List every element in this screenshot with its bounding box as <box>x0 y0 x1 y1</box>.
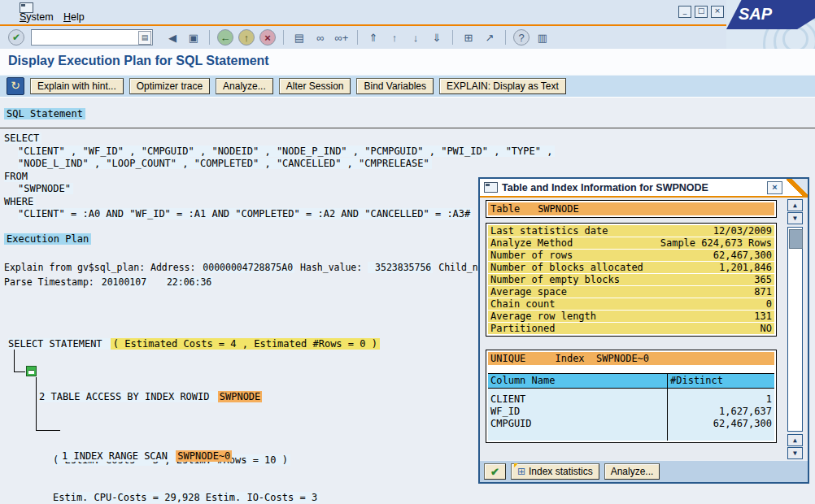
scroll-up-icon[interactable]: ▲ <box>787 199 803 211</box>
object-name-swpnode-0[interactable]: SWPNODE~0 <box>176 450 232 462</box>
object-name-swpnode[interactable]: SWPNODE <box>218 391 263 402</box>
back-nav-icon[interactable]: ◀ <box>164 29 181 46</box>
parse-date-value: 20100107 <box>100 276 148 288</box>
menu-system[interactable]: System <box>20 11 54 23</box>
parse-time-value: 22:06:36 <box>165 276 213 288</box>
first-page-icon[interactable]: ⇑ <box>365 29 381 46</box>
sap-logo: SAP <box>726 0 815 49</box>
index-column-distinct: 62,467,300 <box>670 418 772 430</box>
address-value: 00000004728875A0 <box>201 262 294 273</box>
customize-layout-icon[interactable]: ▥ <box>534 29 551 46</box>
find-icon[interactable]: ∞ <box>312 29 329 46</box>
minimize-icon[interactable]: _ <box>678 6 691 18</box>
command-field: ▤ <box>31 29 153 46</box>
restore-icon[interactable]: □ <box>695 6 708 18</box>
sql-line: "NODE_L_IND" , "LOOP_COUNT" , "COMPLETED… <box>18 158 555 171</box>
index-statistics-button[interactable]: ⊞Index statistics <box>511 463 599 480</box>
find-next-icon[interactable]: ∞+ <box>333 29 350 46</box>
back-icon[interactable]: ← <box>217 29 233 46</box>
bind-variables-button[interactable]: Bind Variables <box>356 78 434 94</box>
previous-page-icon[interactable]: ↑ <box>386 29 403 46</box>
toolbar-separator <box>357 30 358 45</box>
table-header-bar: TableSWPNODE <box>488 202 774 215</box>
sql-line: "SWPNODE" <box>18 183 555 196</box>
scroll-up-icon[interactable]: ▲ <box>787 434 803 446</box>
toolbar-separator <box>505 30 506 45</box>
tree-connector <box>14 371 25 372</box>
enter-icon[interactable]: ✔ <box>8 29 24 46</box>
dialog-title: Table and Index Information for SWPNODE <box>502 182 708 193</box>
sql-line: WHERE <box>4 196 555 209</box>
stats-row: Average space871 <box>488 286 774 298</box>
explain-with-hint-button[interactable]: Explain with hint... <box>30 78 124 94</box>
scroll-down-icon[interactable]: ▼ <box>787 212 803 224</box>
execution-plan-tree: SELECT STATEMENT ( Estimated Costs = 4 ,… <box>8 338 529 501</box>
refresh-icon[interactable]: ↻ <box>7 77 24 95</box>
hash-value: 3523835756 <box>368 262 433 273</box>
exit-icon[interactable]: ↑ <box>238 29 255 46</box>
toolbar-separator <box>209 30 210 45</box>
index-header-bar: UNIQUE Index SWPNODE~0 <box>488 352 774 365</box>
cancel-icon[interactable]: × <box>259 29 276 46</box>
index-columns-rows: CLIENT WF_ID CMPGUID 1 1,627,637 62,467,… <box>488 389 774 441</box>
next-page-icon[interactable]: ↓ <box>408 29 424 46</box>
distinct-header: #Distinct <box>668 374 774 388</box>
confirm-button[interactable]: ✔ <box>484 463 506 480</box>
command-history-icon[interactable]: ▤ <box>138 31 151 45</box>
scroll-down-icon[interactable]: ▼ <box>787 447 803 459</box>
dialog-menu-icon[interactable] <box>484 182 498 193</box>
folder-icon[interactable] <box>26 366 37 376</box>
save-icon[interactable]: ▣ <box>185 29 202 46</box>
close-icon[interactable]: × <box>711 6 724 18</box>
last-page-icon[interactable]: ⇓ <box>429 29 445 46</box>
new-session-icon[interactable]: ⊞ <box>460 29 477 46</box>
stats-row: Number of rows62,467,300 <box>488 250 774 261</box>
help-icon[interactable]: ? <box>513 29 530 46</box>
menu-help[interactable]: Help <box>63 11 85 23</box>
index-column-name: CLIENT <box>490 393 665 406</box>
print-icon[interactable]: ▤ <box>291 29 307 46</box>
sql-statement-label: SQL Statement <box>4 108 85 119</box>
dialog-body: TableSWPNODE Last statistics date12/03/2… <box>480 198 808 482</box>
sql-statement-text: SELECT "CLIENT" , "WF_ID" , "CMPGUID" , … <box>4 133 555 221</box>
estimate-highlight: ( Estimated Costs = 4 , Estimated #Rows … <box>111 338 380 350</box>
sql-line: FROM <box>4 171 555 184</box>
scrollbar-track[interactable] <box>787 227 803 432</box>
divider-rule <box>0 128 815 128</box>
index-info-box: UNIQUE Index SWPNODE~0 Column Name #Dist… <box>486 350 777 443</box>
table-name-box: TableSWPNODE <box>486 200 777 218</box>
toolbar-separator <box>452 30 453 45</box>
stats-row: Number of empty blocks365 <box>488 274 774 285</box>
tree-connector <box>36 430 60 431</box>
sql-line: "CLIENT" , "WF_ID" , "CMPGUID" , "NODEID… <box>18 146 555 159</box>
plan-node-index-range-scan: 1 INDEX RANGE SCAN SWPNODE~0 ( Estim. Co… <box>62 425 333 504</box>
analyze-dialog-button[interactable]: Analyze... <box>604 463 660 480</box>
check-icon: ✔ <box>490 466 499 478</box>
scrollbar-thumb[interactable] <box>789 229 803 249</box>
table-index-info-dialog: Table and Index Information for SWPNODE … <box>478 177 809 484</box>
command-input[interactable] <box>31 29 153 46</box>
optimizer-trace-button[interactable]: Optimizer trace <box>129 78 210 94</box>
shortcut-icon[interactable]: ↗ <box>482 29 498 46</box>
dialog-title-bar[interactable]: Table and Index Information for SWPNODE … <box>480 179 808 198</box>
index-column-distinct: 1 <box>670 393 772 406</box>
sql-line: SELECT <box>4 133 555 146</box>
plan-root-node: SELECT STATEMENT ( Estimated Costs = 4 ,… <box>8 338 380 351</box>
alter-session-button[interactable]: Alter Session <box>279 78 351 94</box>
explain-display-as-text-button[interactable]: EXPLAIN: Display as Text <box>439 78 566 94</box>
dialog-button-bar: ✔ ⊞Index statistics Analyze... <box>480 460 808 482</box>
stats-row: Average row length131 <box>488 311 774 322</box>
tree-connector <box>14 350 15 371</box>
stats-row: Number of blocks allocated1,201,846 <box>488 262 774 273</box>
explain-source-line: Explain from gv$sql_plan: Address: 00000… <box>4 262 478 273</box>
stats-row: Last statistics date12/03/2009 <box>488 225 774 237</box>
index-column-name: WF_ID <box>490 406 665 418</box>
stats-row: Chain count0 <box>488 298 774 310</box>
stats-row: PartitionedNO <box>488 323 774 334</box>
dialog-close-icon[interactable]: × <box>767 181 782 194</box>
index-column-distinct: 1,627,637 <box>670 406 772 418</box>
spacer <box>488 365 774 373</box>
column-name-header: Column Name <box>488 374 668 388</box>
dialog-scrollbar: ▲ ▼ ▲ ▼ <box>787 199 803 459</box>
analyze-button[interactable]: Analyze... <box>216 78 273 94</box>
